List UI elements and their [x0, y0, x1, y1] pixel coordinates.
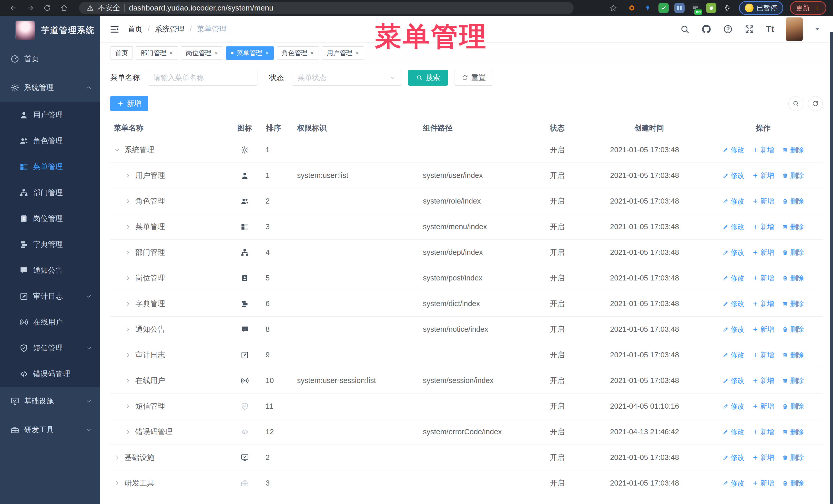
row-action-delete[interactable]: 删除 [782, 351, 804, 360]
chevron-right-icon[interactable] [124, 403, 131, 410]
status-select[interactable]: 菜单状态 [292, 70, 402, 86]
chevron-right-icon[interactable] [124, 326, 131, 333]
row-action-delete[interactable]: 删除 [782, 145, 804, 154]
row-action-add[interactable]: 新增 [752, 427, 774, 437]
tab-岗位管理[interactable]: 岗位管理× [181, 46, 223, 60]
row-action-delete[interactable]: 删除 [782, 171, 804, 180]
row-action-add[interactable]: 新增 [752, 402, 774, 411]
chevron-right-icon[interactable] [124, 301, 131, 307]
close-icon[interactable]: × [310, 50, 314, 56]
row-action-edit[interactable]: 修改 [722, 427, 744, 437]
scrollbar[interactable] [830, 32, 833, 504]
update-button[interactable]: 更新 [790, 1, 826, 15]
row-action-add[interactable]: 新增 [752, 248, 774, 257]
help-icon[interactable] [723, 24, 733, 34]
row-action-delete[interactable]: 删除 [782, 248, 804, 257]
chevron-right-icon[interactable] [124, 377, 131, 384]
address-bar[interactable]: 不安全 dashboard.yudao.iocoder.cn/system/me… [79, 2, 574, 14]
extension-check-icon[interactable] [659, 3, 669, 13]
sidebar-item-auditlog[interactable]: 审计日志 [0, 283, 100, 309]
search-icon[interactable] [680, 24, 690, 34]
tab-首页[interactable]: 首页 [110, 46, 133, 60]
add-button[interactable]: 新增 [110, 96, 148, 111]
chevron-right-icon[interactable] [124, 249, 131, 256]
show-search-button[interactable] [788, 96, 803, 111]
sidebar-item-home[interactable]: 首页 [0, 45, 100, 73]
row-action-add[interactable]: 新增 [752, 453, 774, 462]
row-action-add[interactable]: 新增 [752, 376, 774, 385]
extension-grid-icon[interactable] [674, 3, 685, 13]
close-icon[interactable]: × [169, 50, 173, 56]
tab-角色管理[interactable]: 角色管理× [277, 46, 319, 60]
breadcrumb-item[interactable]: 首页 [128, 24, 143, 34]
sidebar-item-role[interactable]: 角色管理 [0, 128, 100, 154]
row-action-edit[interactable]: 修改 [722, 197, 744, 206]
row-action-add[interactable]: 新增 [752, 222, 774, 232]
paused-badge[interactable]: 已暂停 [739, 1, 783, 15]
close-icon[interactable]: × [356, 50, 359, 56]
row-action-add[interactable]: 新增 [752, 299, 774, 308]
sidebar-item-user[interactable]: 用户管理 [0, 102, 100, 128]
row-action-delete[interactable]: 删除 [782, 273, 804, 283]
row-action-edit[interactable]: 修改 [722, 299, 744, 308]
row-action-edit[interactable]: 修改 [722, 222, 744, 232]
sidebar-item-devtools[interactable]: 研发工具 [0, 415, 100, 444]
sidebar-item-post[interactable]: 岗位管理 [0, 206, 100, 232]
extension-android-icon[interactable] [706, 3, 716, 13]
chevron-right-icon[interactable] [124, 352, 131, 358]
sidebar-item-sms[interactable]: 短信管理 [0, 335, 100, 361]
row-action-edit[interactable]: 修改 [722, 145, 744, 154]
refresh-table-button[interactable] [808, 96, 823, 111]
row-action-edit[interactable]: 修改 [722, 453, 744, 462]
row-action-edit[interactable]: 修改 [722, 325, 744, 334]
extension-orange-icon[interactable] [627, 3, 637, 13]
sidebar-item-dict[interactable]: 字典管理 [0, 232, 100, 257]
chevron-right-icon[interactable] [124, 223, 131, 230]
caret-down-icon[interactable] [814, 26, 821, 32]
row-action-edit[interactable]: 修改 [722, 171, 744, 180]
chevron-right-icon[interactable] [114, 480, 120, 486]
browser-forward-icon[interactable] [24, 1, 37, 15]
chevron-down-icon[interactable] [114, 147, 120, 153]
sidebar-item-errorcode[interactable]: 错误码管理 [0, 361, 100, 387]
row-action-add[interactable]: 新增 [752, 197, 774, 206]
row-action-delete[interactable]: 删除 [782, 427, 804, 437]
menu-name-input[interactable] [148, 70, 258, 86]
extension-puzzle-icon[interactable] [722, 3, 732, 13]
github-icon[interactable] [701, 24, 712, 34]
row-action-delete[interactable]: 删除 [782, 325, 804, 334]
close-icon[interactable]: × [265, 50, 269, 56]
row-action-delete[interactable]: 删除 [782, 402, 804, 411]
tab-部门管理[interactable]: 部门管理× [136, 46, 178, 60]
close-icon[interactable]: × [215, 50, 218, 56]
row-action-add[interactable]: 新增 [752, 325, 774, 334]
row-action-add[interactable]: 新增 [752, 171, 774, 180]
row-action-delete[interactable]: 删除 [782, 376, 804, 385]
browser-back-icon[interactable] [7, 1, 20, 15]
extension-gem-icon[interactable] [643, 3, 653, 13]
row-action-add[interactable]: 新增 [752, 479, 774, 488]
row-action-edit[interactable]: 修改 [722, 376, 744, 385]
font-size-icon[interactable]: Tt [766, 24, 775, 34]
row-action-delete[interactable]: 删除 [782, 299, 804, 308]
row-action-edit[interactable]: 修改 [722, 351, 744, 360]
reset-button[interactable]: 重置 [454, 70, 493, 86]
row-action-edit[interactable]: 修改 [722, 402, 744, 411]
row-action-add[interactable]: 新增 [752, 273, 774, 283]
row-action-edit[interactable]: 修改 [722, 273, 744, 283]
chevron-right-icon[interactable] [124, 275, 131, 282]
row-action-edit[interactable]: 修改 [722, 248, 744, 257]
sidebar-item-system[interactable]: 系统管理 [0, 73, 100, 102]
browser-home-icon[interactable] [57, 1, 71, 15]
hamburger-icon[interactable] [109, 24, 120, 34]
kebab-menu-icon[interactable] [814, 5, 820, 11]
sidebar-logo-row[interactable]: 芋道管理系统 [0, 16, 100, 45]
sidebar-item-dept[interactable]: 部门管理 [0, 180, 100, 206]
row-action-add[interactable]: 新增 [752, 351, 774, 360]
fullscreen-icon[interactable] [744, 24, 755, 34]
user-avatar[interactable] [786, 18, 803, 41]
tab-菜单管理[interactable]: 菜单管理× [226, 46, 274, 60]
breadcrumb-item[interactable]: 系统管理 [155, 24, 185, 34]
row-action-delete[interactable]: 删除 [782, 453, 804, 462]
extension-onoff-icon[interactable]: on [690, 3, 700, 13]
